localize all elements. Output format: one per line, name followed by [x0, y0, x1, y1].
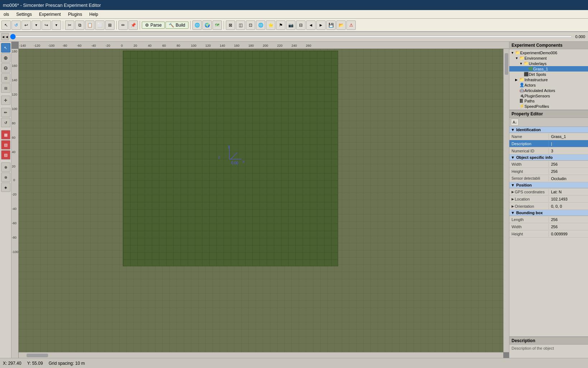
tb-redo-arrow[interactable]: ▼	[52, 20, 61, 30]
tb-refresh-btn[interactable]: ↺	[11, 20, 21, 30]
orient-expand-arrow[interactable]: ▶	[512, 204, 514, 208]
h-scrollbar-thumb[interactable]	[27, 354, 48, 357]
tb-star-btn[interactable]: ⭐	[266, 20, 275, 30]
gps-expand-arrow[interactable]: ▶	[512, 190, 514, 194]
menu-tools[interactable]: ols	[0, 11, 13, 18]
prop-section-bbox[interactable]: ▼ Bounding box	[509, 210, 588, 216]
tree-item-dirtspots[interactable]: ⬛ Dirt Spots	[509, 72, 588, 77]
ruler-h-label: 40	[148, 44, 151, 47]
timeline-value: 0.000	[574, 34, 587, 39]
tool-zoom-fit[interactable]: ⊡	[1, 73, 10, 83]
canvas-view[interactable]: y x z 0.00	[19, 49, 503, 352]
tree-item-grass1[interactable]: 🌿 Grass_1	[509, 66, 588, 72]
tb-globe2-btn[interactable]: 🌐	[256, 20, 265, 30]
prop-section-identification[interactable]: ▼ Identification	[509, 127, 588, 133]
tool-zoom-out[interactable]: ⊖	[1, 63, 10, 73]
prop-row-width2: Width 256	[509, 223, 588, 230]
prop-value-length[interactable]: 256	[549, 217, 588, 222]
ruler-v-label: 160	[12, 64, 17, 68]
tb-map-btn[interactable]: 🗺	[213, 20, 222, 30]
tool-rotate[interactable]: ↺	[1, 118, 10, 127]
prop-section-position[interactable]: ▼ Position	[509, 182, 588, 188]
build-button[interactable]: 🔨 Build	[165, 22, 188, 29]
tb-left-btn[interactable]: ◄	[306, 20, 316, 30]
prop-section-object[interactable]: ▼ Object specific info	[509, 155, 588, 161]
prop-value-sensor-detect[interactable]: Occludin	[549, 176, 588, 181]
timeline-slider[interactable]	[10, 36, 572, 38]
prop-value-height1[interactable]: 256	[549, 169, 588, 174]
tb-right-btn[interactable]: ►	[316, 20, 326, 30]
tb-view2-btn[interactable]: ◫	[236, 20, 245, 30]
tb-earth-btn[interactable]: 🌍	[202, 20, 212, 30]
tool-select[interactable]: ↖	[1, 43, 10, 52]
prop-value-width2[interactable]: 256	[549, 224, 588, 230]
tb-save-btn[interactable]: 💾	[326, 20, 336, 30]
timeline-prev-btn[interactable]: ◄◄	[1, 33, 9, 40]
prop-value-width1[interactable]: 256	[549, 161, 588, 167]
tb-arrow-btn[interactable]: ↖	[1, 20, 11, 30]
tool-road2[interactable]: ▧	[1, 140, 10, 150]
menu-experiment[interactable]: Experiment	[36, 11, 65, 18]
tree-item-env[interactable]: ▼ 📁 Environment	[509, 55, 588, 61]
menu-plugins[interactable]: Plugins	[64, 11, 85, 18]
tb-globe-btn[interactable]: 🌐	[192, 20, 202, 30]
tool-snap[interactable]: ⊛	[1, 172, 10, 182]
tb-pencil-btn[interactable]: ✏	[118, 20, 128, 30]
tb-cut-btn[interactable]: ✂	[65, 20, 74, 30]
prop-value-name[interactable]: Grass_1	[549, 134, 588, 139]
v-scrollbar-thumb[interactable]	[505, 53, 508, 75]
status-x: X: 297.40	[3, 361, 21, 366]
tb-copy-btn[interactable]: ⧉	[75, 20, 84, 30]
tb-warn-btn[interactable]: ⚠	[346, 20, 356, 30]
tb-pin-btn[interactable]: 📌	[129, 20, 138, 30]
tree-item-speedprofiles[interactable]: ⚡ SpeedProfiles	[509, 104, 588, 109]
prop-value-gps[interactable]: Lat: N	[549, 189, 588, 195]
tb-open-btn[interactable]: 📂	[336, 20, 346, 30]
tb-view3-btn[interactable]: ⊡	[246, 20, 255, 30]
prop-label-numid: Numerical ID	[509, 148, 549, 154]
tree-item-paths[interactable]: 🛤 Paths	[509, 98, 588, 104]
main-layout: ↖ ⊕ ⊖ ⊡ ⊟ ✛ ✏ ↺ ▦ ▧ ▨ ⊕ ⊛ ◈ -140 -120 -1…	[0, 42, 588, 358]
tb-grid2-btn[interactable]: ⊟	[296, 20, 305, 30]
tool-road1[interactable]: ▦	[1, 130, 10, 139]
tree-icon-root: 📁	[515, 50, 520, 55]
tree-item-plugins[interactable]: 🔌 PluginSensors	[509, 93, 588, 98]
v-scrollbar[interactable]	[503, 49, 509, 352]
prop-value-location[interactable]: 102.1493	[549, 196, 588, 202]
tree-item-actors[interactable]: 👤 Actors	[509, 82, 588, 88]
tree-item-underlays[interactable]: ▼ 📁 Underlays	[509, 61, 588, 66]
tree-item-art-actors[interactable]: 🤖 Articulated Actors	[509, 88, 588, 93]
tb-paste-btn[interactable]: 📋	[85, 20, 94, 30]
tool-measure[interactable]: ⊕	[1, 162, 10, 172]
title-text: mo006* - Simcenter Prescan Experiment Ed…	[3, 3, 101, 8]
prop-value-numid[interactable]: 3	[549, 148, 588, 154]
tb-undo-arrow[interactable]: ▼	[32, 20, 41, 30]
tb-grid-btn[interactable]: ⊞	[105, 20, 115, 30]
prop-value-height2[interactable]: 0.009999	[549, 231, 588, 237]
parse-button[interactable]: ⚙ Parse	[142, 22, 165, 29]
tree-label-underlays: Underlays	[529, 61, 547, 66]
menu-settings[interactable]: Settings	[13, 11, 35, 18]
tree-item-infra[interactable]: ▶ 📁 Infrastructure	[509, 77, 588, 82]
tool-pan[interactable]: ✛	[1, 96, 10, 105]
h-scrollbar[interactable]	[19, 352, 503, 358]
tb-redo-btn[interactable]: ↪	[42, 20, 51, 30]
tool-select2[interactable]: ◈	[1, 183, 10, 192]
tool-zoom-sel[interactable]: ⊟	[1, 83, 10, 93]
ruler-v-label: -20	[12, 193, 17, 196]
tb-undo-btn[interactable]: ↩	[22, 20, 31, 30]
location-expand-arrow[interactable]: ▶	[512, 197, 514, 201]
tool-road3[interactable]: ▨	[1, 150, 10, 160]
menu-help[interactable]: Help	[86, 11, 102, 18]
tb-copy2-btn[interactable]: ⬜	[95, 20, 104, 30]
prop-value-description[interactable]: |	[549, 141, 588, 147]
tb-camera-btn[interactable]: 📷	[286, 20, 295, 30]
prop-value-orientation[interactable]: 0, 0, 0	[549, 203, 588, 209]
tool-zoom-in[interactable]: ⊕	[1, 53, 10, 63]
tool-paint[interactable]: ✏	[1, 108, 10, 117]
tree-item-root[interactable]: ▼ 📁 ExperimentDemo006	[509, 50, 588, 55]
tb-view1-btn[interactable]: ⊠	[226, 20, 235, 30]
prop-sort-btn[interactable]: A↓	[511, 119, 519, 126]
tb-flag-btn[interactable]: ⚑	[276, 20, 285, 30]
prop-label-sensor-detect: Sensor detectabili	[509, 176, 549, 181]
